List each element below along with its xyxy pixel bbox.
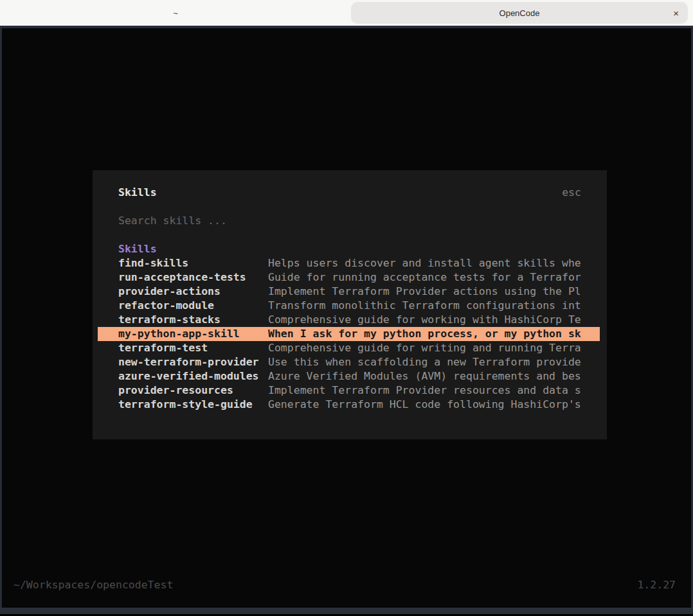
skill-name: find-skills <box>118 256 268 270</box>
skills-rows: find-skills Helps users discover and ins… <box>93 256 607 412</box>
skills-modal-header: Skills esc <box>118 186 581 200</box>
skill-list-item[interactable]: refactor-module Transform monolithic Ter… <box>98 299 600 313</box>
skill-list-item[interactable]: azure-verified-modules Azure Verified Mo… <box>98 369 600 383</box>
skill-list-item[interactable]: provider-actions Implement Terraform Pro… <box>98 285 600 299</box>
skills-list: Skills find-skills Helps users discover … <box>93 242 607 412</box>
terminal-content: Skills esc Search skills ... Skills find… <box>0 28 693 608</box>
skill-list-item[interactable]: find-skills Helps users discover and ins… <box>98 256 600 270</box>
skill-description: Generate Terraform HCL code following Ha… <box>268 398 600 412</box>
skills-section-header: Skills <box>93 242 607 256</box>
skill-name: terraform-test <box>118 341 268 355</box>
skill-description: Azure Verified Modules (AVM) requirement… <box>268 369 600 383</box>
skill-name: my-python-app-skill <box>118 327 268 341</box>
skill-name: run-acceptance-tests <box>118 270 268 285</box>
skill-name: terraform-style-guide <box>118 398 268 412</box>
tab-opencode[interactable]: OpenCode × <box>351 2 688 24</box>
search-input[interactable]: Search skills ... <box>118 214 581 228</box>
esc-hint: esc <box>562 186 581 200</box>
skill-name: azure-verified-modules <box>118 369 268 383</box>
skills-modal: Skills esc Search skills ... Skills find… <box>93 170 607 439</box>
skill-list-item[interactable]: provider-resources Implement Terraform P… <box>98 383 600 398</box>
skill-description: Comprehensive guide for writing and runn… <box>268 341 600 355</box>
modal-title: Skills <box>118 186 157 200</box>
window-titlebar: ~ OpenCode × <box>0 0 693 26</box>
window-bottom-edge <box>0 608 693 614</box>
status-bar: ~/Workspaces/opencodeTest 1.2.27 <box>2 578 691 592</box>
skill-name: terraform-stacks <box>118 313 268 327</box>
skill-list-item[interactable]: run-acceptance-tests Guide for running a… <box>98 270 600 285</box>
skill-description: Implement Terraform Provider resources a… <box>268 383 600 398</box>
skill-list-item[interactable]: new-terraform-provider Use this when sca… <box>98 355 600 369</box>
skill-description: Implement Terraform Provider actions usi… <box>268 285 600 299</box>
skill-name: provider-resources <box>118 383 268 398</box>
skill-list-item[interactable]: terraform-stacks Comprehensive guide for… <box>98 313 600 327</box>
skill-name: provider-actions <box>118 285 268 299</box>
tab-title: OpenCode <box>500 8 540 18</box>
workspace-path: ~/Workspaces/opencodeTest <box>14 578 173 592</box>
skill-description: Transform monolithic Terraform configura… <box>268 299 600 313</box>
skill-list-item[interactable]: terraform-style-guide Generate Terraform… <box>98 398 600 412</box>
skill-name: refactor-module <box>118 299 268 313</box>
close-icon[interactable]: × <box>673 8 679 18</box>
skill-list-item[interactable]: my-python-app-skill When I ask for my py… <box>98 327 600 341</box>
skill-list-item[interactable]: terraform-test Comprehensive guide for w… <box>98 341 600 355</box>
skill-description: Helps users discover and install agent s… <box>268 256 600 270</box>
opencode-terminal-window: ~ OpenCode × Skills esc Search skills ..… <box>0 0 693 616</box>
skill-description: Guide for running acceptance tests for a… <box>268 270 600 285</box>
skill-description: Use this when scaffolding a new Terrafor… <box>268 355 600 369</box>
titlebar-cwd-label: ~ <box>0 0 351 26</box>
skill-name: new-terraform-provider <box>118 355 268 369</box>
skill-description: Comprehensive guide for working with Has… <box>268 313 600 327</box>
skill-description: When I ask for my python process, or my … <box>268 327 600 341</box>
version-label: 1.2.27 <box>637 578 676 592</box>
